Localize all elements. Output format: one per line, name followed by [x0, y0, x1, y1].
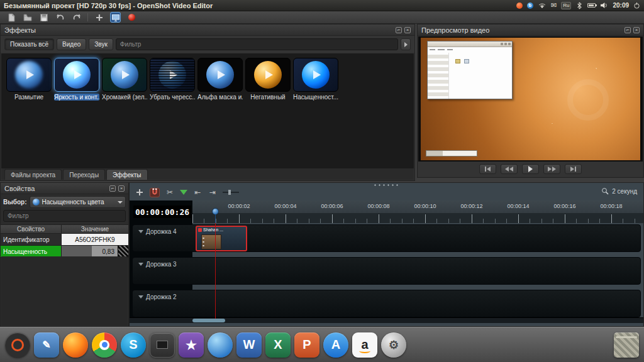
effect-item-blur[interactable]: Размытие [6, 58, 52, 101]
settings-app-icon[interactable]: ⚙ [381, 332, 406, 358]
app-store-icon[interactable]: A [323, 332, 348, 358]
properties-panel-header[interactable]: Свойства ⌐ × [1, 183, 128, 194]
effects-panel-header[interactable]: Эффекты ⌐ × [1, 25, 414, 36]
jump-end-button[interactable] [565, 164, 582, 174]
messaging-indicator-icon[interactable] [516, 3, 523, 9]
effect-item-negative[interactable]: Негативный [245, 58, 291, 101]
column-property[interactable]: Свойство [1, 225, 62, 233]
tab-effects[interactable]: Эффекты [106, 169, 147, 180]
snapping-toggle-button[interactable] [150, 188, 160, 197]
window-button [501, 43, 503, 45]
audio-filter-button[interactable]: Звук [89, 38, 113, 50]
save-project-button[interactable] [38, 12, 49, 23]
column-value[interactable]: Значение [62, 225, 128, 233]
slider-knob[interactable] [228, 190, 231, 195]
effect-label: Альфа маска и... [197, 94, 243, 101]
property-value: A56O2PFHK9 [62, 234, 128, 246]
window-button [504, 43, 507, 45]
power-icon[interactable] [633, 2, 640, 9]
clock[interactable]: 20:09 [613, 2, 629, 9]
add-marker-button[interactable] [180, 190, 187, 195]
chevron-down-icon[interactable] [138, 263, 143, 266]
effect-item-alpha-mask[interactable]: Альфа маска и... [197, 58, 243, 101]
left-dock-tabs: Файлы проекта Переходы Эффекты [1, 168, 414, 180]
volume-icon[interactable] [600, 2, 608, 9]
text-editor-icon[interactable]: ✎ [34, 332, 59, 358]
ruler-label: 00:00:14 [499, 203, 537, 209]
undo-button[interactable] [55, 12, 65, 23]
close-icon[interactable]: × [633, 27, 640, 33]
timeline-horizontal-scrollbar[interactable] [130, 317, 643, 323]
powerpoint-icon[interactable]: P [294, 332, 319, 358]
playhead-time-display: 00:00:00:26 [133, 206, 191, 218]
export-video-button[interactable] [126, 12, 137, 23]
bluetooth-icon[interactable] [575, 2, 583, 9]
video-filter-button[interactable]: Видео [57, 38, 86, 50]
selected-clip[interactable]: Shahan ... [196, 226, 247, 251]
tab-project-files[interactable]: Файлы проекта [4, 169, 62, 180]
globe-app-icon[interactable] [208, 332, 233, 358]
effects-panel-title: Эффекты [4, 26, 36, 34]
undock-icon[interactable]: ⌐ [625, 27, 631, 33]
ruler-label: 00:00:02 [220, 203, 258, 209]
firefox-icon[interactable] [63, 332, 88, 358]
word-icon[interactable]: W [236, 332, 262, 358]
close-icon[interactable]: × [404, 27, 411, 33]
scrollbar-thumb[interactable] [192, 319, 225, 322]
track-2[interactable]: Дорожка 2 [132, 290, 641, 317]
keyboard-layout-indicator[interactable]: Ru [561, 2, 571, 9]
track-3[interactable]: Дорожка 3 [132, 257, 641, 285]
open-project-button[interactable] [22, 12, 33, 23]
rewind-button[interactable] [501, 164, 518, 174]
play-button[interactable] [522, 164, 539, 174]
skype-icon[interactable]: S [121, 332, 146, 358]
show-all-button[interactable]: Показать всё [4, 38, 54, 50]
amazon-icon[interactable]: a [352, 332, 377, 358]
splitter-grip[interactable] [373, 184, 401, 186]
utility-app-icon[interactable] [150, 332, 175, 358]
new-project-button[interactable] [6, 12, 16, 23]
properties-filter-input[interactable] [3, 210, 126, 222]
chevron-down-icon[interactable] [138, 230, 143, 233]
timeline-toolbar: ✂ ⇤ ⇥ [135, 187, 239, 197]
toolbar-separator [87, 13, 88, 21]
choose-profile-button[interactable] [110, 12, 121, 23]
redo-button[interactable] [71, 12, 82, 23]
selection-dropdown[interactable]: Насыщенность цвета [30, 196, 126, 208]
tab-transitions[interactable]: Переходы [63, 169, 105, 180]
wifi-icon[interactable] [538, 2, 547, 9]
trash-icon[interactable] [614, 332, 639, 358]
sync-indicator-icon[interactable]: b [527, 3, 533, 9]
panel-window-buttons: ⌐ × [625, 27, 640, 33]
import-files-button[interactable] [94, 12, 104, 23]
undock-icon[interactable]: ⌐ [109, 185, 116, 192]
video-preview-area[interactable] [418, 36, 643, 162]
fast-forward-button[interactable] [543, 164, 560, 174]
dash-icon[interactable] [5, 332, 30, 358]
undock-icon[interactable]: ⌐ [396, 27, 402, 33]
effect-item-deinterlace[interactable]: Убрать чересс... [150, 58, 195, 101]
excel-icon[interactable]: X [265, 332, 291, 358]
razor-tool-button[interactable]: ✂ [165, 188, 175, 197]
effect-item-saturation[interactable]: Насыщенност... [293, 58, 338, 101]
jump-start-button[interactable] [479, 164, 496, 174]
scroll-right-button[interactable] [401, 38, 411, 50]
chevron-down-icon[interactable] [138, 295, 143, 299]
track-name: Дорожка 3 [146, 261, 177, 268]
magnifier-icon[interactable] [601, 187, 609, 195]
effect-item-brightness[interactable]: Яркость и конт... [54, 58, 99, 101]
close-icon[interactable]: × [118, 185, 125, 192]
star-app-icon[interactable]: ★ [179, 332, 204, 358]
property-row-id[interactable]: Идентификатор A56O2PFHK9 [1, 234, 128, 246]
mail-icon[interactable]: ✉ [551, 1, 557, 9]
timeline-ruler[interactable]: 00:00:02 00:00:04 00:00:06 00:00:08 00:0… [192, 200, 643, 223]
preview-panel-header[interactable]: Предпросмотр видео ⌐ × [418, 25, 643, 36]
effects-filter-input[interactable] [116, 38, 398, 50]
previous-marker-button[interactable]: ⇤ [192, 188, 203, 197]
add-track-button[interactable] [135, 188, 145, 197]
timeline-zoom-slider[interactable] [223, 192, 239, 193]
battery-icon[interactable] [587, 3, 596, 8]
next-marker-button[interactable]: ⇥ [208, 188, 218, 197]
effect-item-chromakey[interactable]: Хромакей (зел... [102, 58, 147, 101]
chrome-icon[interactable] [92, 332, 117, 358]
